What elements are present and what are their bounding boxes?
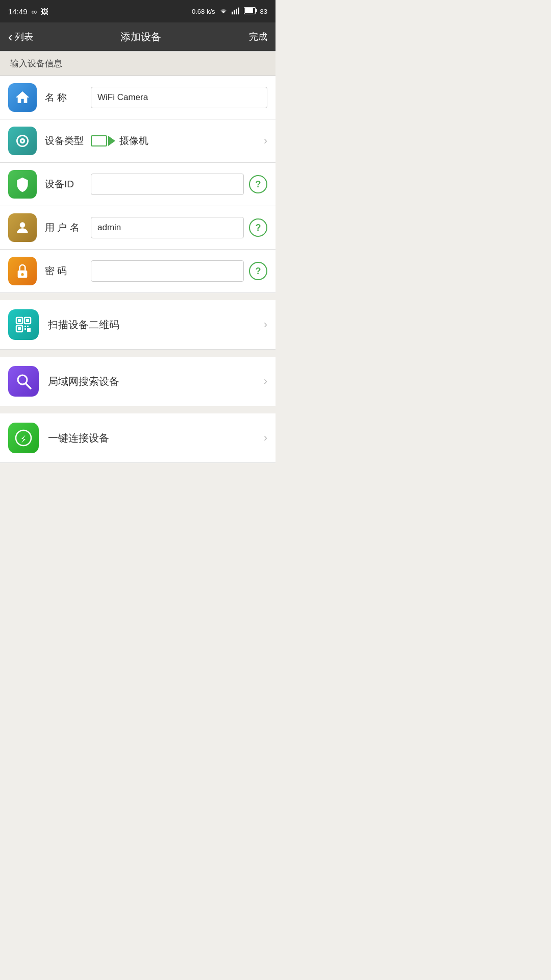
device-id-row: 设备ID ? [0, 163, 276, 206]
password-content [91, 260, 244, 282]
device-type-label: 设备类型 [45, 134, 91, 148]
scan-qr-label: 扫描设备二维码 [48, 318, 260, 332]
svg-rect-5 [245, 8, 253, 13]
lan-search-icon [8, 366, 39, 397]
section-header: 输入设备信息 [0, 51, 276, 76]
battery-icon [244, 7, 257, 16]
password-help-icon[interactable]: ? [249, 262, 267, 280]
username-content [91, 217, 244, 238]
action-area: 扫描设备二维码 › 局域网搜索设备 › 一键连接设备 › [0, 300, 276, 463]
name-input[interactable] [91, 87, 267, 108]
svg-rect-2 [236, 9, 237, 14]
wifi-icon [218, 7, 229, 16]
svg-point-9 [21, 140, 23, 142]
back-arrow-icon: ‹ [8, 29, 13, 45]
svg-rect-14 [18, 319, 21, 322]
form-area: 名 称 设备类型 摄像机 › [0, 76, 276, 293]
image-icon: 🖼 [41, 7, 48, 16]
status-bar: 14:49 ∞ 🖼 0.68 k/s [0, 0, 276, 22]
nav-bar: ‹ 列表 添加设备 完成 [0, 22, 276, 51]
status-left: 14:49 ∞ 🖼 [8, 7, 48, 16]
page-title: 添加设备 [120, 30, 161, 44]
signal-icon [232, 7, 241, 16]
username-input[interactable] [91, 217, 244, 238]
username-icon [8, 213, 37, 242]
name-label: 名 称 [45, 91, 91, 104]
scan-qr-chevron: › [264, 318, 267, 331]
name-content [91, 87, 267, 108]
device-type-text: 摄像机 [119, 134, 148, 148]
svg-rect-0 [232, 11, 233, 14]
svg-rect-21 [24, 328, 26, 330]
device-type-chevron: › [264, 134, 267, 148]
device-type-value: 摄像机 [91, 134, 148, 148]
device-type-content: 摄像机 [91, 134, 260, 148]
bottom-padding [0, 463, 276, 483]
device-id-input[interactable] [91, 174, 244, 195]
one-key-row[interactable]: 一键连接设备 › [0, 413, 276, 463]
password-input[interactable] [91, 260, 244, 282]
username-help-icon[interactable]: ? [249, 218, 267, 237]
done-button[interactable]: 完成 [249, 31, 267, 43]
scan-qr-row[interactable]: 扫描设备二维码 › [0, 300, 276, 350]
name-icon [8, 83, 37, 112]
username-label: 用 户 名 [45, 221, 91, 234]
svg-point-12 [21, 273, 23, 276]
section-gap-2 [0, 350, 276, 357]
battery-percent: 83 [260, 8, 267, 15]
device-id-icon [8, 170, 37, 199]
one-key-label: 一键连接设备 [48, 431, 260, 445]
camera-type-icon [91, 135, 115, 146]
network-speed: 0.68 k/s [192, 8, 215, 15]
svg-rect-16 [26, 319, 29, 322]
svg-point-10 [20, 222, 26, 228]
svg-rect-6 [256, 9, 257, 12]
back-label: 列表 [15, 31, 33, 43]
username-row: 用 户 名 ? [0, 206, 276, 250]
svg-rect-3 [238, 7, 239, 14]
svg-rect-19 [24, 326, 26, 327]
section-gap-1 [0, 293, 276, 300]
time-display: 14:49 [8, 7, 28, 16]
svg-rect-1 [234, 10, 235, 14]
svg-marker-26 [21, 435, 26, 443]
svg-rect-20 [27, 326, 29, 327]
device-type-row[interactable]: 设备类型 摄像机 › [0, 119, 276, 163]
one-key-chevron: › [264, 431, 267, 445]
lan-search-chevron: › [264, 375, 267, 388]
cam-rect [91, 135, 107, 146]
lan-search-row[interactable]: 局域网搜索设备 › [0, 357, 276, 406]
cam-triangle [108, 136, 115, 146]
device-id-help-icon[interactable]: ? [249, 175, 267, 193]
name-row: 名 称 [0, 76, 276, 119]
password-row: 密 码 ? [0, 250, 276, 293]
back-button[interactable]: ‹ 列表 [8, 29, 33, 45]
svg-rect-22 [27, 328, 31, 332]
lan-search-label: 局域网搜索设备 [48, 375, 260, 388]
device-id-label: 设备ID [45, 178, 91, 191]
status-right: 0.68 k/s 83 [192, 7, 267, 16]
scan-qr-icon [8, 309, 39, 340]
one-key-icon [8, 423, 39, 453]
svg-rect-18 [18, 327, 21, 330]
device-id-content [91, 174, 244, 195]
svg-line-24 [26, 383, 31, 388]
password-label: 密 码 [45, 264, 91, 278]
infinity-icon: ∞ [32, 7, 37, 16]
section-gap-3 [0, 406, 276, 413]
password-icon [8, 257, 37, 285]
device-type-icon [8, 127, 37, 155]
